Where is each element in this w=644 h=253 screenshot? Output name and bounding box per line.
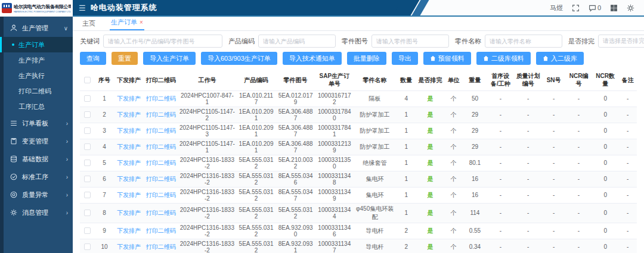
- row-checkbox[interactable]: [84, 127, 91, 134]
- sidebar-subitem[interactable]: 生产执行: [4, 68, 73, 83]
- batch-delete-button[interactable]: 批量删除: [347, 52, 386, 65]
- dispatch-link[interactable]: 下发排产: [117, 227, 141, 234]
- scheduled-flag: 是: [427, 210, 433, 216]
- sidebar-item[interactable]: 消息管理›: [4, 204, 73, 221]
- secondary-store-picking-button[interactable]: 二级库领料: [476, 52, 531, 65]
- cell-checkbox: [80, 107, 95, 123]
- current-username[interactable]: 马煜: [550, 4, 563, 13]
- print-qr-link[interactable]: 打印二维码: [146, 176, 176, 182]
- dispatch-link[interactable]: 下发排产: [117, 176, 141, 182]
- keyword-input[interactable]: [103, 35, 222, 48]
- scheduled-flag: 是: [427, 95, 433, 102]
- cell-work_no: 2024HPC1007-847-1: [178, 90, 236, 107]
- cell-sn_no: -: [542, 203, 565, 223]
- sidebar-item[interactable]: 订单看板›: [4, 114, 73, 132]
- reset-button[interactable]: 重置: [112, 52, 138, 65]
- tab-close-icon[interactable]: ×: [140, 19, 143, 26]
- dispatch-link[interactable]: 下发排产: [117, 127, 141, 134]
- print-qr-link[interactable]: 打印二维码: [146, 210, 176, 216]
- sidebar-item[interactable]: 变更管理›: [4, 132, 73, 150]
- row-checkbox[interactable]: [84, 111, 91, 118]
- dispatch-link[interactable]: 下发排产: [117, 160, 141, 166]
- dispatch-link[interactable]: 下发排产: [117, 111, 141, 118]
- cell-first_equipment: -: [487, 223, 514, 239]
- message-icon[interactable]: 0: [589, 4, 601, 12]
- query-button[interactable]: 查询: [80, 52, 106, 65]
- database-icon: [10, 155, 18, 163]
- row-checkbox[interactable]: [84, 210, 91, 216]
- cell-sap_order_no: 10003311349: [315, 187, 354, 203]
- print-qr-link[interactable]: 打印二维码: [146, 192, 176, 198]
- column-header-first_equipment: 首序设备/工种: [487, 70, 514, 90]
- part-name-input[interactable]: [485, 35, 562, 48]
- export-button[interactable]: 导出: [392, 52, 418, 65]
- cell-scheduled: 是: [416, 203, 444, 223]
- production-icon: [10, 24, 18, 32]
- chevron-right-icon: ›: [66, 156, 68, 163]
- sidebar-item[interactable]: 标准工序›: [4, 168, 73, 186]
- print-qr-link[interactable]: 打印二维码: [146, 127, 176, 134]
- top-bar: ☰ 哈电动装管理系统 马煜 0: [73, 0, 644, 17]
- row-checkbox[interactable]: [84, 95, 91, 102]
- dispatch-link[interactable]: 下发排产: [117, 243, 141, 250]
- collapse-sidebar-icon[interactable]: ☰: [79, 4, 86, 13]
- cell-ncr_qty: 0: [592, 107, 619, 123]
- select-all-checkbox[interactable]: [84, 77, 91, 83]
- import-603-903-order-button[interactable]: 导入603/903生产订单: [201, 52, 277, 65]
- dispatch-link[interactable]: 下发排产: [117, 143, 141, 150]
- print-qr-link[interactable]: 打印二维码: [146, 160, 176, 166]
- row-checkbox[interactable]: [84, 160, 91, 166]
- tab-home[interactable]: 主页: [81, 17, 97, 30]
- apps-grid-icon[interactable]: [610, 4, 618, 12]
- row-checkbox[interactable]: [84, 143, 91, 150]
- sidebar-item[interactable]: 基础数据›: [4, 150, 73, 168]
- dispatch-link[interactable]: 下发排产: [117, 210, 141, 216]
- part-name-label: 零件名称: [455, 37, 481, 46]
- row-checkbox[interactable]: [84, 192, 91, 198]
- cell-index: 1: [95, 90, 114, 107]
- sidebar-subitem[interactable]: 打印二维码: [4, 83, 73, 99]
- cell-print: 打印二维码: [144, 155, 178, 171]
- cell-weight: 80.1: [463, 155, 487, 171]
- reserved-picking-button[interactable]: 预留领料: [423, 52, 471, 65]
- sidebar-subitem[interactable]: 工序汇总: [4, 99, 73, 114]
- print-qr-link[interactable]: 打印二维码: [146, 227, 176, 234]
- cell-checkbox: [80, 203, 95, 223]
- print-qr-link[interactable]: 打印二维码: [146, 243, 176, 250]
- scheduled-select[interactable]: 请选择是否排完 ▼: [598, 35, 644, 48]
- cell-first_equipment: -: [487, 107, 514, 123]
- print-qr-link[interactable]: 打印二维码: [146, 95, 176, 102]
- fullscreen-icon[interactable]: [572, 4, 580, 12]
- cell-print: 打印二维码: [144, 223, 178, 239]
- tab-production-order[interactable]: 生产订单 ×: [110, 15, 144, 30]
- row-checkbox[interactable]: [84, 227, 91, 234]
- settings-gear-icon[interactable]: [627, 4, 634, 12]
- cell-unit: 个: [444, 90, 463, 107]
- cell-print: 打印二维码: [144, 171, 178, 187]
- table-body: 1下发排产打印二维码2024HPC1007-847-11EA.010.21175…: [80, 90, 637, 253]
- print-qr-link[interactable]: 打印二维码: [146, 111, 176, 118]
- cell-qty: 2: [396, 223, 416, 239]
- cell-ncr_no: -: [565, 155, 592, 171]
- sidebar-subitem[interactable]: 生产排产: [4, 52, 73, 68]
- dispatch-link[interactable]: 下发排产: [117, 95, 141, 102]
- import-tech-notice-button[interactable]: 导入技术通知单: [283, 52, 342, 65]
- cell-sap_order_no: 10003311348: [315, 171, 354, 187]
- part-drawing-input[interactable]: [371, 35, 449, 48]
- scheduled-flag: 是: [427, 243, 433, 250]
- cell-index: 4: [95, 139, 114, 155]
- product-code-input[interactable]: [258, 35, 336, 48]
- sidebar-subitem[interactable]: 生产订单: [4, 37, 73, 52]
- sidebar-item[interactable]: 质量异常›: [4, 186, 73, 204]
- row-checkbox[interactable]: [84, 176, 91, 182]
- cell-first_equipment: -: [487, 155, 514, 171]
- cell-ncr_qty: 0: [592, 155, 619, 171]
- sidebar-item[interactable]: 生产管理∨: [4, 19, 73, 37]
- print-qr-link[interactable]: 打印二维码: [146, 143, 176, 150]
- import-production-order-button[interactable]: 导入生产订单: [143, 52, 196, 65]
- dispatch-link[interactable]: 下发排产: [117, 192, 141, 198]
- into-secondary-store-button[interactable]: 入二级库: [536, 52, 584, 65]
- cell-index: 6: [95, 171, 114, 187]
- row-checkbox[interactable]: [84, 243, 91, 250]
- table-row: 6下发排产打印二维码2024HPC1316-1833-25EA.555.0312…: [80, 171, 637, 187]
